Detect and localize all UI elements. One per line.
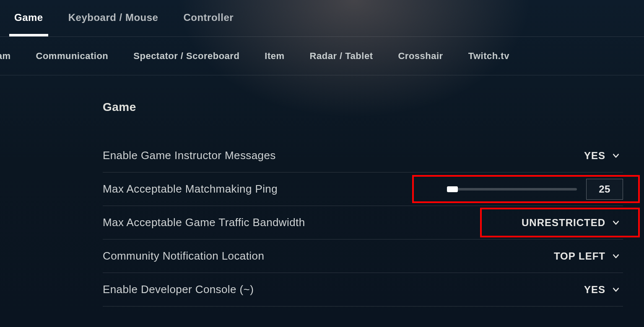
ping-slider-thumb[interactable] — [447, 186, 458, 192]
row-label: Enable Game Instructor Messages — [103, 149, 276, 162]
dropdown-value: UNRESTRICTED — [522, 217, 605, 229]
row-developer-console: Enable Developer Console (~) YES — [103, 273, 623, 306]
subtab-communication[interactable]: Communication — [35, 51, 109, 62]
tab-keyboard-mouse[interactable]: Keyboard / Mouse — [68, 12, 158, 36]
sub-tabs: eam Communication Spectator / Scoreboard… — [0, 37, 644, 75]
subtab-twitch[interactable]: Twitch.tv — [467, 51, 510, 62]
row-notification-location: Community Notification Location TOP LEFT — [103, 239, 623, 273]
subtab-radar-tablet[interactable]: Radar / Tablet — [309, 51, 374, 62]
ping-slider[interactable] — [447, 188, 577, 191]
row-label: Enable Developer Console (~) — [103, 283, 254, 296]
chevron-down-icon — [611, 252, 621, 261]
dropdown-notification-location[interactable]: TOP LEFT — [554, 250, 623, 262]
dropdown-instructor-messages[interactable]: YES — [584, 150, 623, 162]
dropdown-value: YES — [584, 284, 605, 296]
section-title: Game — [103, 100, 623, 114]
ping-value-input[interactable]: 25 — [586, 179, 623, 200]
dropdown-value: TOP LEFT — [554, 250, 605, 262]
chevron-down-icon — [611, 285, 621, 294]
row-label: Max Acceptable Matchmaking Ping — [103, 183, 278, 196]
dropdown-value: YES — [584, 150, 605, 162]
subtab-team[interactable]: eam — [0, 51, 12, 62]
dropdown-developer-console[interactable]: YES — [584, 284, 623, 296]
row-label: Community Notification Location — [103, 250, 264, 263]
subtab-spectator-scoreboard[interactable]: Spectator / Scoreboard — [132, 51, 240, 62]
row-bandwidth: Max Acceptable Game Traffic Bandwidth UN… — [103, 206, 623, 239]
primary-tabs: Game Keyboard / Mouse Controller — [0, 0, 644, 37]
settings-content: Game Enable Game Instructor Messages YES… — [0, 75, 644, 306]
ping-control: 25 — [447, 179, 623, 200]
dropdown-bandwidth[interactable]: UNRESTRICTED — [522, 217, 623, 229]
subtab-item[interactable]: Item — [264, 51, 285, 62]
row-instructor-messages: Enable Game Instructor Messages YES — [103, 139, 623, 173]
row-label: Max Acceptable Game Traffic Bandwidth — [103, 216, 305, 229]
row-matchmaking-ping: Max Acceptable Matchmaking Ping 25 — [103, 173, 623, 206]
subtab-crosshair[interactable]: Crosshair — [397, 51, 444, 62]
tab-controller[interactable]: Controller — [183, 12, 234, 36]
chevron-down-icon — [611, 151, 621, 160]
chevron-down-icon — [611, 218, 621, 227]
tab-game[interactable]: Game — [14, 12, 43, 36]
